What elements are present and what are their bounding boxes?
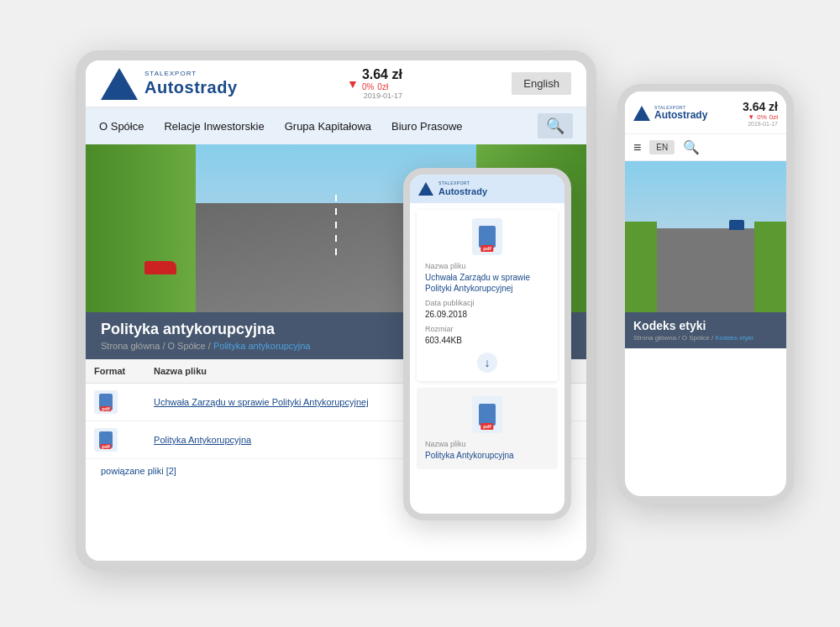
stalexport-label: STALEXPORT [144,71,238,78]
pdf-icon: pdf [94,428,118,452]
pdf-icon-label: pdf [480,245,493,252]
file-link[interactable]: Uchwała Zarządu w sprawie Polityki Antyk… [154,397,369,407]
file-name-cell: Polityka Antykorupcyjna [145,421,433,459]
file-link[interactable]: Polityka Antykorupcyjna [154,435,251,445]
tablet-nav: O Spółce Relacje Inwestorskie Grupa Kapi… [86,107,586,144]
stock-change: 0% 0zł [362,82,402,91]
breadcrumb-home[interactable]: Strona główna / O Spółce / [101,341,211,351]
phone1-card2-label: Nazwa pliku [425,440,549,448]
download-arrow-icon[interactable]: ↓ [477,353,497,373]
nav-item-biuro[interactable]: Biuro Prasowe [391,120,463,133]
phone1-field-label3: Rozmiar [425,325,549,333]
autostrady-label: Autostrady [144,78,238,97]
col-format: Format [86,359,145,384]
file-name-cell: Uchwała Zarządu w sprawie Polityki Antyk… [145,384,433,421]
nav-item-grupa[interactable]: Grupa Kapitałowa [285,120,371,133]
scene: STALEXPORT Autostrady ▼ 3.64 zł 0% 0zł 2… [0,0,840,627]
pdf-icon: pdf [94,390,118,414]
road-center-line [335,195,337,262]
phone2-grass-right [754,222,786,312]
phone1-field-value1: Uchwała Zarządu w sprawie Polityki Antyk… [425,272,549,294]
phone2-search-icon[interactable]: 🔍 [683,139,700,155]
phone1-pdf-card1: pdf Nazwa pliku Uchwała Zarządu w sprawi… [417,210,558,381]
phone1-field-label2: Data publikacji [425,299,549,307]
phone2-stock-price: 3.64 zł [743,100,778,113]
grass-left [86,144,196,312]
phone2-hero-image [625,161,786,312]
breadcrumb-current: Polityka antykorupcyjna [213,341,311,351]
phone1-field-label1: Nazwa pliku [425,262,549,270]
phone1-device: STALEXPORT Autostrady pdf Nazwa pliku Uc… [403,168,571,520]
phone1-logo-triangle [418,182,433,196]
phone2-autostrady-label: Autostrady [654,110,707,121]
phone1-pdf-card2: pdf Nazwa pliku Polityka Antykorupcyjna [417,388,558,469]
phone2-nav: ≡ EN 🔍 [625,134,786,161]
en-button[interactable]: EN [649,140,675,154]
phone2-breadcrumb-home: Strona główna / O Spółce / [633,334,713,342]
phone1-field-value2: 26.09.2018 [425,309,549,320]
logo-text: STALEXPORT Autostrady [144,71,238,97]
phone2-device: STALEXPORT Autostrady 3.64 zł ▼ 0% 0zł 2… [617,84,794,504]
tablet-search-icon[interactable]: 🔍 [538,113,573,138]
phone1-header: STALEXPORT Autostrady [410,175,564,203]
file-format-cell: pdf [86,384,145,421]
tablet-logo: STALEXPORT Autostrady [101,68,238,100]
phone2-overlay: Kodeks etyki Strona główna / O Spółce / … [625,312,786,348]
phone2-logo-text: STALEXPORT Autostrady [654,106,707,122]
pdf-icon-label2: pdf [480,423,493,430]
col-filename: Nazwa pliku [145,359,433,384]
phone1-card2-value: Polityka Antykorupcyjna [425,450,549,461]
file-format-cell: pdf [86,421,145,459]
red-car-icon [144,261,176,274]
phone2-logo: STALEXPORT Autostrady [633,106,707,122]
phone1-pdf-icon2: pdf [425,396,549,433]
phone2-down-icon: ▼ [748,113,754,121]
phone2-stock: 3.64 zł ▼ 0% 0zł 2019-01-17 [743,100,778,127]
english-button[interactable]: English [512,72,571,95]
phone2-stock-change: ▼ 0% 0zł [743,113,778,121]
phone1-pdf-icon1: pdf [425,218,549,255]
phone1-logo-text: STALEXPORT Autostrady [438,181,487,196]
phone1-download[interactable]: ↓ [425,353,549,373]
phone2-stock-date: 2019-01-17 [743,121,778,127]
tablet-stock-info: ▼ 3.64 zł 0% 0zł 2019-01-17 [347,67,402,100]
hamburger-menu-icon[interactable]: ≡ [633,140,641,155]
phone2-breadcrumb: Strona główna / O Spółce / Kodeks etyki [633,334,778,342]
phone1-field-value3: 603.44KB [425,335,549,346]
phone2-truck-icon [729,220,744,230]
nav-item-spolce[interactable]: O Spółce [99,120,144,133]
tablet-header: STALEXPORT Autostrady ▼ 3.64 zł 0% 0zł 2… [86,60,586,107]
stock-price: 3.64 zł [362,67,402,82]
phone2-breadcrumb-active: Kodeks etyki [715,334,753,342]
logo-triangle-icon [101,68,138,100]
stock-down-icon: ▼ [347,77,359,91]
stock-date: 2019-01-17 [362,91,402,100]
phone2-grass-left [625,222,657,312]
phone2-header: STALEXPORT Autostrady 3.64 zł ▼ 0% 0zł 2… [625,91,786,134]
phone1-autostrady: Autostrady [438,186,487,196]
phone2-logo-triangle [633,106,650,121]
nav-item-relacje[interactable]: Relacje Inwestorskie [164,120,264,133]
phone2-page-title: Kodeks etyki [633,319,778,332]
stock-values: 3.64 zł 0% 0zł 2019-01-17 [362,67,402,100]
